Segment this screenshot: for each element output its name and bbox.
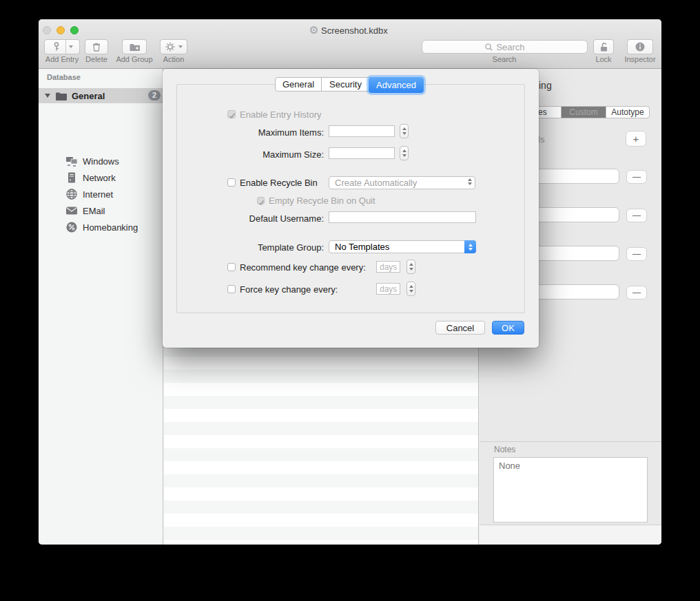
step-up-icon	[409, 263, 413, 266]
sidebar-item-internet[interactable]: Internet	[39, 186, 163, 202]
minimize-button[interactable]	[56, 26, 65, 34]
sidebar-item-homebanking[interactable]: Homebanking	[39, 219, 163, 235]
step-up-icon	[409, 285, 413, 288]
recommend-days-input[interactable]	[376, 261, 400, 273]
sidebar-item-label: EMail	[83, 206, 105, 216]
force-days-input[interactable]	[376, 283, 400, 295]
cancel-button[interactable]: Cancel	[435, 321, 485, 335]
tab-advanced[interactable]: Advanced	[369, 77, 424, 93]
chevron-down-icon	[69, 45, 73, 48]
force-key-change-checkbox[interactable]	[227, 285, 236, 293]
divider	[480, 441, 661, 442]
add-group-label: Add Group	[114, 55, 155, 63]
ok-button[interactable]: OK	[492, 321, 524, 335]
globe-icon	[65, 188, 78, 200]
step-down-icon	[402, 154, 406, 157]
lock-label: Lock	[583, 55, 624, 63]
checkmark-icon	[229, 112, 236, 119]
remove-field-button[interactable]: —	[626, 247, 647, 261]
app-window: Screenshot.kdbx Add Entry	[39, 19, 661, 545]
sidebar-item-label: Homebanking	[83, 222, 138, 233]
search-placeholder: Search	[496, 42, 524, 52]
recommend-key-change-label: Recommend key change every:	[240, 262, 366, 273]
template-group-popup[interactable]: No Templates	[329, 240, 476, 253]
action-label: Action	[153, 55, 194, 63]
remove-field-button[interactable]: —	[626, 170, 647, 184]
popup-value: Create Automatically	[335, 178, 417, 188]
folder-icon	[55, 91, 68, 101]
enable-recycle-bin-checkbox[interactable]	[227, 178, 236, 187]
force-days-stepper[interactable]	[406, 282, 415, 296]
sidebar-header: Database	[47, 73, 81, 81]
default-username-input[interactable]	[329, 211, 476, 223]
close-button[interactable]	[43, 26, 51, 34]
disclosure-triangle-icon[interactable]	[45, 94, 50, 98]
inspector-label: Inspector	[619, 55, 661, 63]
maximum-size-stepper[interactable]	[400, 146, 409, 160]
add-field-button[interactable]: +	[626, 131, 646, 147]
window-title: Screenshot.kdbx	[321, 25, 388, 36]
maximum-size-input[interactable]	[329, 147, 395, 159]
template-group-label: Template Group:	[231, 242, 324, 253]
step-down-icon	[402, 132, 406, 135]
search-input[interactable]: Search	[422, 40, 588, 54]
sidebar-item-label: Internet	[83, 189, 113, 200]
tab-custom[interactable]: Custom	[561, 107, 606, 118]
key-plus-icon	[52, 41, 63, 52]
zoom-button[interactable]	[70, 26, 79, 34]
maximum-items-input[interactable]	[329, 125, 395, 137]
step-down-icon	[409, 290, 413, 293]
sidebar-item-network[interactable]: Network	[39, 169, 163, 186]
count-badge: 2	[148, 90, 161, 101]
lock-button[interactable]	[593, 39, 614, 54]
sidebar: Database General 2 Windows	[39, 69, 163, 545]
sidebar-item-email[interactable]: EMail	[39, 202, 163, 219]
maximum-items-stepper[interactable]	[400, 124, 409, 138]
tab-security[interactable]: Security	[321, 78, 369, 91]
screen-background: Screenshot.kdbx Add Entry	[0, 0, 700, 601]
step-down-icon	[409, 268, 413, 271]
inspector-button[interactable]	[627, 39, 653, 54]
computers-icon	[65, 155, 78, 167]
delete-button[interactable]	[85, 39, 108, 54]
maximum-items-label: Maximum Items:	[231, 127, 324, 138]
tab-autotype[interactable]: Autotype	[606, 107, 649, 118]
enable-recycle-bin-label: Enable Recycle Bin	[240, 178, 318, 188]
server-icon	[65, 171, 78, 184]
popup-value: No Templates	[335, 242, 389, 252]
default-username-label: Default Username:	[231, 213, 324, 224]
dialog-tabs: General Security Advanced	[275, 77, 424, 92]
trash-icon	[91, 41, 102, 52]
notes-label: Notes	[494, 445, 515, 454]
maximum-size-label: Maximum Size:	[231, 149, 324, 160]
popup-chevrons-icon	[464, 240, 476, 253]
info-icon	[635, 41, 646, 52]
sidebar-item-label: Network	[83, 173, 116, 183]
document-icon	[309, 25, 318, 34]
action-button[interactable]	[160, 39, 187, 54]
remove-field-button[interactable]: —	[626, 286, 647, 299]
recycle-bin-popup: Create Automatically	[329, 176, 475, 189]
remove-field-button[interactable]: —	[626, 209, 647, 222]
enable-entry-history-checkbox	[227, 110, 236, 118]
window-header: Screenshot.kdbx Add Entry	[39, 19, 661, 69]
empty-recycle-bin-label: Empty Recycle Bin on Quit	[269, 196, 375, 206]
delete-label: Delete	[76, 55, 117, 63]
popup-chevrons-icon	[468, 178, 472, 185]
step-up-icon	[402, 149, 406, 152]
inspector-footer	[480, 525, 661, 545]
chevron-down-icon	[178, 45, 183, 48]
notes-textarea[interactable]	[493, 457, 648, 523]
recommend-days-stepper[interactable]	[406, 260, 415, 274]
add-group-button[interactable]	[122, 39, 147, 54]
sidebar-item-windows[interactable]: Windows	[39, 153, 163, 169]
sidebar-item-label: General	[72, 91, 105, 101]
search-label: Search	[484, 55, 525, 63]
sidebar-item-general[interactable]: General 2	[39, 88, 163, 103]
magnifier-icon	[484, 43, 493, 52]
custom-fields-label-fragment: ls	[538, 134, 544, 145]
add-entry-button[interactable]	[44, 39, 80, 54]
folder-plus-icon	[129, 42, 141, 52]
tab-general[interactable]: General	[276, 78, 321, 91]
recommend-key-change-checkbox[interactable]	[227, 263, 236, 271]
